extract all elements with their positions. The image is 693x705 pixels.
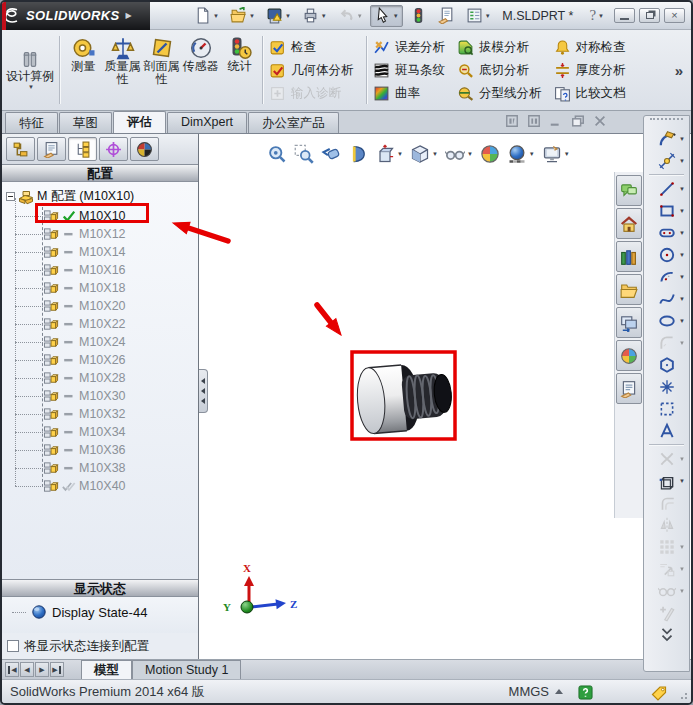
dropdown-arrow-icon[interactable]: ▼	[213, 13, 219, 19]
display-relations-button[interactable]: ▼	[644, 580, 689, 602]
offset-entities-button[interactable]	[644, 492, 689, 514]
ribbon-overflow-button[interactable]: »	[669, 62, 689, 79]
config-item-M10X20[interactable]: M10X20	[44, 297, 126, 315]
menu-expand-arrow-icon[interactable]: ▶	[126, 11, 132, 20]
task-pane-appearances-tab[interactable]	[616, 340, 642, 371]
dropdown-arrow-icon[interactable]: ▼	[679, 252, 685, 258]
command-tab-1[interactable]: 草图	[59, 112, 112, 133]
dashed-rectangle-button[interactable]	[644, 398, 689, 420]
centerpoint-arc-button[interactable]: ▼	[644, 266, 689, 288]
dropdown-arrow-icon[interactable]: ▼	[397, 151, 403, 157]
ribbon-tool-button[interactable]: 测量	[64, 32, 103, 108]
dropdown-arrow-icon[interactable]: ▼	[28, 84, 34, 90]
resize-grip[interactable]	[680, 692, 688, 700]
ribbon-tool-button[interactable]: 传感器	[181, 32, 220, 108]
dropdown-arrow-icon[interactable]: ▼	[529, 151, 535, 157]
dropdown-arrow-icon[interactable]: ▼	[679, 186, 685, 192]
options-button[interactable]: ▼	[462, 5, 495, 27]
config-item-M10X22[interactable]: M10X22	[44, 315, 126, 333]
spline-button[interactable]: ▼	[644, 288, 689, 310]
command-tab-2[interactable]: 评估	[113, 111, 166, 133]
ribbon-analysis-button[interactable]: 分型线分析	[457, 82, 542, 104]
dropdown-arrow-icon[interactable]: ▼	[679, 296, 685, 302]
ribbon-tool-button[interactable]: 剖面属性	[142, 32, 181, 108]
command-tab-0[interactable]: 特征	[5, 112, 58, 133]
display-manager-tab[interactable]	[130, 137, 159, 161]
tag-button[interactable]	[651, 684, 667, 701]
sketch-fillet-button[interactable]: ▼	[644, 332, 689, 354]
command-tab-4[interactable]: 办公室产品	[248, 112, 339, 133]
convert-entities-button[interactable]: ▼	[644, 470, 689, 492]
panel-splitter[interactable]	[199, 369, 208, 413]
design-study-button[interactable]: 设计算例 ▼	[4, 32, 56, 108]
ribbon-analysis-button[interactable]: 斑马条纹	[373, 59, 445, 81]
smart-dimension-button[interactable]: ▼	[644, 150, 689, 172]
ribbon-toggle-button[interactable]: 输入诊断	[269, 82, 361, 104]
dropdown-arrow-icon[interactable]: ▼	[485, 13, 491, 19]
config-item-M10X32[interactable]: M10X32	[44, 405, 126, 423]
dropdown-arrow-icon[interactable]: ▼	[321, 13, 327, 19]
config-item-M10X38[interactable]: M10X38	[44, 459, 126, 477]
dropdown-arrow-icon[interactable]: ▼	[679, 478, 685, 484]
ribbon-toggle-button[interactable]: 几何体分析	[269, 59, 361, 81]
bottom-tab-1[interactable]: Motion Study 1	[132, 660, 241, 679]
dropdown-arrow-icon[interactable]: ▼	[679, 340, 685, 346]
first-tab-button[interactable]: ◀	[5, 662, 19, 677]
units-selector[interactable]: MMGS	[509, 684, 563, 699]
dropdown-arrow-icon[interactable]: ▼	[598, 13, 604, 19]
config-item-M10X18[interactable]: M10X18	[44, 279, 126, 297]
graphics-area[interactable]: ▼▼▼▼▼	[199, 134, 614, 659]
circle-button[interactable]: ▼	[644, 244, 689, 266]
corner-rectangle-button[interactable]: ▼	[644, 200, 689, 222]
display-state-item[interactable]: Display State-44	[12, 604, 198, 620]
mirror-entities-button[interactable]	[644, 514, 689, 536]
dropdown-arrow-icon[interactable]: ▼	[393, 13, 399, 19]
prev-tab-button[interactable]: ◀	[20, 662, 34, 677]
feature-manager-tab[interactable]	[6, 137, 35, 161]
ribbon-tool-button[interactable]: 统计	[220, 32, 259, 108]
ribbon-analysis-button[interactable]: 底切分析	[457, 59, 542, 81]
bottom-tab-0[interactable]: 模型	[81, 660, 132, 679]
pane-right-button[interactable]	[526, 115, 541, 127]
undo-button[interactable]: ▼	[334, 5, 367, 27]
dimxpert-manager-tab[interactable]	[99, 137, 128, 161]
minimize-document-button[interactable]	[548, 115, 563, 127]
move-entities-button[interactable]: ▼	[644, 558, 689, 580]
dropdown-arrow-icon[interactable]: ▼	[679, 566, 685, 572]
quick-tips-button[interactable]	[578, 684, 593, 700]
close-document-button[interactable]	[592, 115, 607, 127]
next-tab-button[interactable]: ▶	[35, 662, 49, 677]
new-document-button[interactable]: ▼	[190, 5, 223, 27]
ribbon-toggle-button[interactable]: 检查	[269, 36, 361, 58]
configuration-manager-tab[interactable]	[68, 137, 97, 161]
dropdown-arrow-icon[interactable]: ▼	[679, 588, 685, 594]
ribbon-tool-button[interactable]: 质量属性	[103, 32, 142, 108]
config-item-M10X36[interactable]: M10X36	[44, 441, 126, 459]
config-item-M10X24[interactable]: M10X24	[44, 333, 126, 351]
previous-view-button[interactable]	[319, 143, 343, 165]
dropdown-arrow-icon[interactable]: ▼	[679, 456, 685, 462]
line-button[interactable]: ▼	[644, 178, 689, 200]
dropdown-arrow-icon[interactable]: ▼	[357, 13, 363, 19]
config-item-M10X34[interactable]: M10X34	[44, 423, 126, 441]
view-settings-button[interactable]: ▼	[540, 143, 572, 165]
restore-button[interactable]	[639, 8, 660, 23]
dropdown-arrow-icon[interactable]: ▼	[679, 158, 685, 164]
collapse-icon[interactable]	[6, 192, 15, 201]
property-manager-tab[interactable]	[37, 137, 66, 161]
ribbon-analysis-button[interactable]: 曲率	[373, 82, 445, 104]
config-item-M10X26[interactable]: M10X26	[44, 351, 126, 369]
dropdown-arrow-icon[interactable]: ▼	[679, 318, 685, 324]
save-button[interactable]: ▼	[262, 5, 295, 27]
task-pane-resources-home-tab[interactable]	[616, 208, 642, 239]
dropdown-arrow-icon[interactable]: ▼	[679, 208, 685, 214]
rebuild-button[interactable]	[406, 5, 431, 27]
dropdown-arrow-icon[interactable]: ▼	[467, 151, 473, 157]
ellipse-button[interactable]: ▼	[644, 310, 689, 332]
pane-left-button[interactable]	[504, 115, 519, 127]
dropdown-arrow-icon[interactable]: ▼	[679, 544, 685, 550]
sketch-text-button[interactable]	[644, 420, 689, 442]
task-pane-forum-tab[interactable]	[616, 175, 642, 206]
config-item-M10X14[interactable]: M10X14	[44, 243, 126, 261]
select-button[interactable]: ▼	[370, 5, 403, 27]
